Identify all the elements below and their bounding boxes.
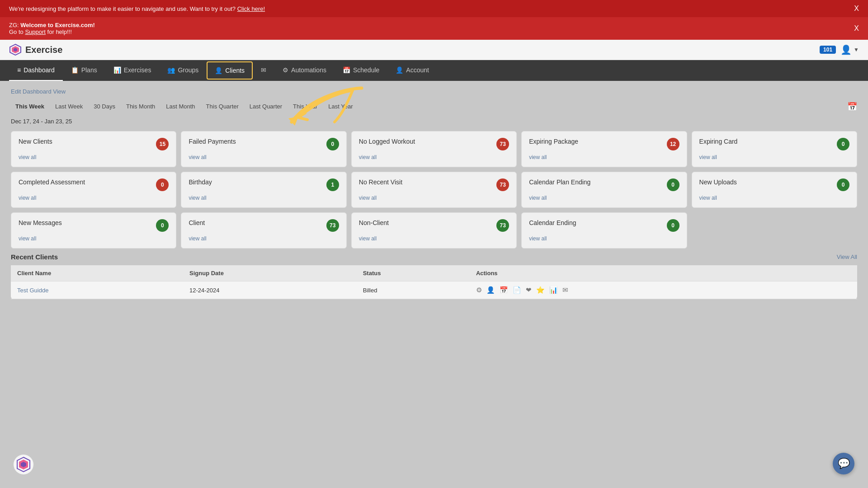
- view-all-9[interactable]: view all: [699, 195, 849, 201]
- view-all-8[interactable]: view all: [529, 195, 679, 201]
- filter-this-week[interactable]: This Week: [11, 101, 49, 112]
- col-client-name: Client Name: [11, 265, 183, 282]
- chat-bubble[interactable]: 💬: [833, 453, 854, 474]
- col-status: Status: [357, 265, 470, 282]
- nav-plans[interactable]: 📋 Plans: [63, 60, 105, 81]
- stat-badge-5: 0: [156, 178, 169, 191]
- recent-clients-title: Recent Clients: [11, 253, 58, 261]
- view-all-13[interactable]: view all: [529, 235, 679, 242]
- view-all-0[interactable]: view all: [19, 154, 169, 160]
- filter-last-year[interactable]: Last Year: [324, 101, 357, 112]
- heart-icon[interactable]: ❤: [526, 286, 532, 294]
- logo: Exercise: [9, 43, 62, 56]
- support-link[interactable]: Support: [25, 28, 46, 35]
- nav-schedule[interactable]: 📅 Schedule: [335, 60, 387, 81]
- clients-table: Client Name Signup Date Status Actions T…: [11, 265, 857, 299]
- calendar-action-icon[interactable]: 📅: [500, 286, 508, 294]
- schedule-icon: 📅: [343, 66, 350, 74]
- stat-badge-1: 0: [326, 138, 339, 150]
- stat-title-0: New Clients: [19, 138, 52, 145]
- exercises-icon: 📊: [113, 66, 121, 74]
- table-row: Test Guidde 12-24-2024 Billed ⚙ 👤 📅 📄 ❤ …: [11, 282, 857, 299]
- calendar-icon[interactable]: 📅: [847, 102, 857, 112]
- clients-icon: 👤: [215, 67, 222, 74]
- document-icon[interactable]: 📄: [513, 286, 521, 294]
- top-banner-close[interactable]: X: [854, 5, 859, 13]
- view-all-11[interactable]: view all: [189, 235, 339, 242]
- filter-last-month[interactable]: Last Month: [161, 101, 199, 112]
- avatar-dropdown[interactable]: 👤 ▼: [840, 44, 859, 55]
- second-banner: ZG: Welcome to Exercise.com! Go to Suppo…: [0, 17, 868, 40]
- nav-clients[interactable]: 👤 Clients: [207, 61, 253, 80]
- client-status: Billed: [357, 282, 470, 299]
- stat-title-8: Calendar Plan Ending: [529, 178, 590, 186]
- main-nav: ≡ Dashboard 📋 Plans 📊 Exercises 👥 Groups…: [0, 60, 868, 81]
- stat-badge-10: 0: [156, 219, 169, 232]
- col-actions: Actions: [470, 265, 857, 282]
- filter-this-year[interactable]: This Year: [288, 101, 322, 112]
- view-all-2[interactable]: view all: [359, 154, 509, 160]
- stat-badge-6: 1: [326, 178, 339, 191]
- stat-title-3: Expiring Package: [529, 138, 578, 145]
- notification-badge[interactable]: 101: [820, 46, 836, 54]
- recent-clients-view-all[interactable]: View All: [837, 253, 857, 260]
- nav-groups[interactable]: 👥 Groups: [159, 60, 207, 81]
- nav-messages[interactable]: ✉: [253, 60, 274, 81]
- dashboard-icon: ≡: [17, 66, 21, 74]
- click-here-link[interactable]: Click here!: [237, 5, 265, 12]
- stat-title-11: Client: [189, 219, 205, 226]
- stat-badge-3: 12: [667, 138, 679, 150]
- mail-icon[interactable]: ✉: [562, 286, 568, 294]
- stat-card-12: Non-Client 73 view all: [351, 212, 517, 249]
- filter-last-week[interactable]: Last Week: [51, 101, 87, 112]
- user-icon[interactable]: 👤: [486, 286, 495, 294]
- view-all-3[interactable]: view all: [529, 154, 679, 160]
- stat-card-11: Client 73 view all: [181, 212, 346, 249]
- banner-top-message: We're redesigning the platform to make i…: [9, 5, 265, 12]
- client-signup: 12-24-2024: [183, 282, 357, 299]
- view-all-7[interactable]: view all: [359, 195, 509, 201]
- main-content: Edit Dashboard View This Week Last Week …: [0, 81, 868, 442]
- time-filter-bar: This Week Last Week 30 Days This Month L…: [11, 101, 857, 112]
- stat-badge-9: 0: [837, 178, 849, 191]
- settings-icon[interactable]: ⚙: [476, 286, 482, 294]
- filter-last-quarter[interactable]: Last Quarter: [245, 101, 287, 112]
- view-all-10[interactable]: view all: [19, 235, 169, 242]
- nav-dashboard[interactable]: ≡ Dashboard: [9, 60, 63, 81]
- view-all-12[interactable]: view all: [359, 235, 509, 242]
- action-icons: ⚙ 👤 📅 📄 ❤ ⭐ 📊 ✉: [476, 286, 851, 294]
- star-icon[interactable]: ⭐: [536, 286, 545, 294]
- bottom-logo-badge: [14, 455, 33, 474]
- chart-icon[interactable]: 📊: [549, 286, 558, 294]
- filter-this-quarter[interactable]: This Quarter: [202, 101, 243, 112]
- edit-dashboard-link[interactable]: Edit Dashboard View: [11, 88, 857, 95]
- stat-card-10: New Messages 0 view all: [11, 212, 176, 249]
- view-all-5[interactable]: view all: [19, 195, 169, 201]
- stat-title-13: Calendar Ending: [529, 219, 576, 226]
- stat-badge-2: 73: [496, 138, 509, 150]
- stat-card-1: Failed Payments 0 view all: [181, 131, 346, 167]
- client-name-link[interactable]: Test Guidde: [17, 287, 48, 294]
- plans-icon: 📋: [71, 66, 79, 74]
- stat-card-0: New Clients 15 view all: [11, 131, 176, 167]
- filter-30-days[interactable]: 30 Days: [89, 101, 120, 112]
- stat-card-6: Birthday 1 view all: [181, 172, 346, 208]
- stat-title-1: Failed Payments: [189, 138, 236, 145]
- stat-title-9: New Uploads: [699, 178, 737, 186]
- view-all-4[interactable]: view all: [699, 154, 849, 160]
- recent-clients-header: Recent Clients View All: [11, 253, 857, 261]
- filter-this-month[interactable]: This Month: [122, 101, 160, 112]
- nav-account[interactable]: 👤 Account: [387, 60, 437, 81]
- stat-card-9: New Uploads 0 view all: [692, 172, 857, 208]
- stat-badge-11: 73: [326, 219, 339, 232]
- stat-badge-13: 0: [667, 219, 679, 232]
- nav-exercises[interactable]: 📊 Exercises: [105, 60, 160, 81]
- groups-icon: 👥: [167, 66, 175, 74]
- view-all-6[interactable]: view all: [189, 195, 339, 201]
- view-all-1[interactable]: view all: [189, 154, 339, 160]
- second-banner-close[interactable]: X: [854, 24, 859, 33]
- nav-automations[interactable]: ⚙ Automations: [274, 60, 335, 81]
- automations-icon: ⚙: [283, 66, 288, 74]
- stat-title-6: Birthday: [189, 178, 212, 186]
- second-banner-message: ZG: Welcome to Exercise.com! Go to Suppo…: [9, 22, 95, 35]
